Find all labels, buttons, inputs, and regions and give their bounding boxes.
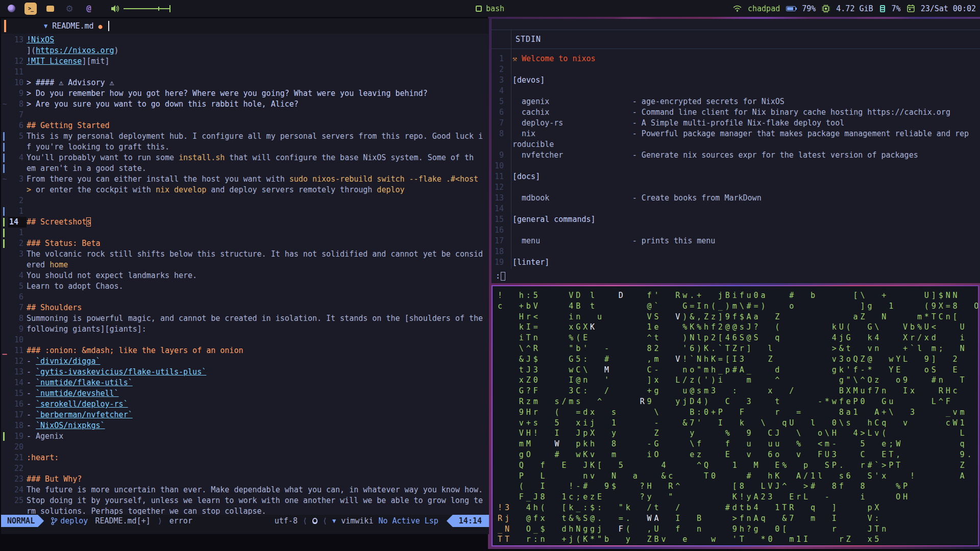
editor-line: em aren't in a good state.: [1, 163, 489, 174]
line-text: [general commands]: [508, 214, 596, 225]
volume-control[interactable]: [111, 5, 170, 12]
stdin-buffer[interactable]: 1⚒ Welcome to nixos23[devos]45 agenix - …: [492, 54, 980, 268]
line-number: 10: [492, 161, 508, 171]
mentions-icon[interactable]: @: [83, 3, 95, 15]
text-segment: [devos]: [512, 76, 545, 85]
editor-line: 21:heart:: [1, 453, 489, 463]
editor-buffer[interactable]: 13!NixOS](https://nixos.org)12!MIT Licen…: [1, 35, 489, 517]
separator-left-icon: ⟨: [323, 516, 327, 525]
stdin-terminal-window[interactable]: STDIN 1⚒ Welcome to nixos23[devos]45 age…: [491, 19, 980, 283]
line-number: [492, 139, 508, 150]
line-number: 13: [492, 193, 508, 204]
matrix-terminal-window[interactable]: ! h:5 VD l D f' Rw.+ jBifu0a # b [\ + U]…: [493, 286, 978, 545]
matrix-chars: Rzm s/ms ^: [498, 397, 640, 406]
line-number: 11: [492, 171, 508, 182]
line-number: 5: [492, 96, 508, 107]
matrix-row: xZ0 I@n ' ]x L/z(')i m ^ g"\^Oz o9 #n T: [498, 375, 975, 386]
sign-column: [1, 335, 8, 345]
text-segment: -: [27, 421, 36, 430]
matrix-row: _N O_$ dhNggj F( ,U f n 9h?g 0[ r JTn: [498, 524, 975, 535]
tabline-cursor: [108, 21, 109, 31]
text-segment: install.sh: [179, 153, 225, 162]
command-prompt[interactable]: :: [496, 271, 505, 281]
editor-line: 6## Getting Started: [1, 120, 489, 131]
sign-column: [1, 249, 8, 260]
tab-filename: README.md: [52, 21, 93, 31]
terminal-line: 16: [492, 225, 980, 236]
editor-line: 25Stop doing it by yourself, unless we l…: [1, 495, 489, 506]
text-segment: Learn to adopt Chaos.: [27, 282, 124, 291]
line-number: 7: [8, 110, 27, 120]
text-segment: em aren't in a good state.: [27, 164, 146, 173]
editor-line: 18- `NixOS/nixpkgs`: [1, 420, 489, 431]
matrix-chars: O_$ dhNggj: [512, 524, 619, 534]
matrix-row: kI= xGXK 1e %K%hf2@@sJ? ( kU( G\ Vb%U< U: [498, 322, 975, 333]
terminal-line: 8 nix - Powerful package manager that ma…: [492, 129, 980, 139]
line-text: - `berberman/nvfetcher`: [27, 410, 489, 420]
line-number: 1: [492, 54, 508, 64]
line-text: ## Getting Started: [27, 120, 489, 131]
text-segment: -: [27, 399, 36, 409]
matrix-chars: W: [554, 439, 561, 448]
terminal-line: roducible: [492, 139, 980, 150]
sign-column: [1, 45, 8, 56]
editor-line: 5This is my personal deployment hub. I c…: [1, 131, 489, 142]
text-segment: -: [27, 378, 36, 387]
matrix-row: Rzm s/ms ^ R9 yjD4) C 3 t -*wfeP0 Gu L^F: [498, 396, 975, 407]
git-branch-icon: [51, 517, 57, 525]
text-segment: Summoning is powerful magic, and cannot …: [27, 314, 483, 323]
text-segment: ### Status: Beta: [27, 239, 101, 248]
matrix-window-border: ! h:5 VD l D f' Rw.+ jBifu0a # b [\ + U]…: [492, 285, 979, 546]
vim-mode-badge: NORMAL: [1, 515, 44, 527]
text-segment: agenix - age-encrypted secrets for NixOS: [512, 97, 785, 106]
tab-readme[interactable]: ▼ README.md ●: [44, 21, 102, 31]
editor-line: f you're looking to graft this.: [1, 142, 489, 153]
editor-line: 10: [1, 335, 489, 345]
chat-icon[interactable]: [44, 3, 56, 15]
matrix-chars: K: [590, 322, 597, 332]
text-segment: ## Screetshot: [27, 217, 86, 227]
editor-line: 9following giants][giants]:: [1, 324, 489, 335]
editor-cmdline: [1, 527, 489, 534]
line-text: mdbook - Create books from MarkDown: [508, 193, 762, 204]
sign-column: [1, 153, 8, 163]
matrix-chars: 4h( [k_:$: "k /t / #dtb4 1TR q ] pX: [512, 503, 881, 512]
text-segment: -: [27, 367, 36, 377]
matrix-chars: kI= xGX: [498, 322, 590, 332]
line-text: [27, 195, 489, 206]
battery-icon: [786, 6, 796, 11]
text-segment: Welcome to nixos: [522, 54, 596, 63]
matrix-chars: mM: [498, 439, 554, 448]
matrix-chars: \^R "b' - 82 '6)K.`TZr] l >&t vn +`l m; …: [498, 344, 967, 353]
line-number: 24: [8, 485, 27, 495]
line-text: - `numtide/devshell`: [27, 388, 489, 399]
sign-column: [1, 142, 8, 153]
terminal-line: 2: [492, 64, 980, 75]
line-text: [508, 86, 512, 96]
volume-slider[interactable]: [124, 8, 170, 9]
sign-column: [1, 185, 8, 195]
line-text: - `divnix/digga`: [27, 356, 489, 367]
editor-line: 14- `numtide/flake-utils`: [1, 378, 489, 388]
line-text: This is my personal deployment hub. I co…: [27, 131, 489, 142]
line-text: [27, 463, 489, 474]
line-number: 17: [8, 410, 27, 420]
sign-column: [1, 463, 8, 474]
text-segment: `numtide/flake-utils`: [36, 378, 133, 387]
sign-column: [1, 120, 8, 131]
matrix-chars: Q f E JK[ 5 4 ^Q 1 M E% p SP. r#`>PT Z: [498, 461, 967, 470]
gear-icon[interactable]: ⚙: [63, 3, 76, 15]
sign-column: [1, 292, 8, 303]
terminal-line: 6 cachix - Command line client for Nix b…: [492, 107, 980, 118]
matrix-row: &J$ G5: # ,m V!`NhK=[I3 Z v3oQZ@ wYL 9] …: [498, 354, 975, 365]
line-number: 4: [8, 153, 27, 163]
editor-window[interactable]: ▼ README.md ● 13!NixOS](https://nixos.or…: [1, 18, 489, 534]
matrix-chars: Hr< in u VS: [498, 312, 675, 321]
firefox-icon[interactable]: [5, 3, 17, 15]
terminal-icon[interactable]: >_: [24, 3, 37, 15]
text-segment: - Agenix: [27, 432, 63, 441]
line-number: 14: [8, 217, 27, 228]
editor-tabline: ▼ README.md ●: [1, 18, 489, 34]
line-number: [8, 142, 27, 153]
text-segment: f you're looking to graft this.: [27, 142, 169, 152]
